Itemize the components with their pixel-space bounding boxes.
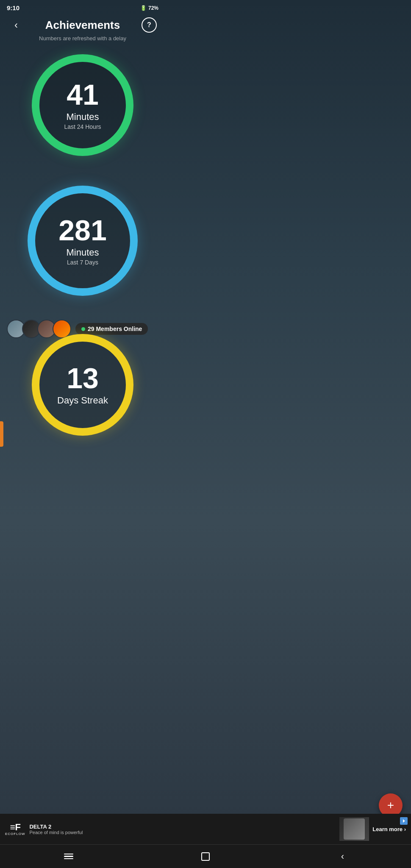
green-circle-label: Minutes [66, 111, 99, 122]
online-dot-icon [81, 327, 85, 331]
battery-percent: 72% [148, 5, 158, 11]
yellow-circle-value: 13 [67, 364, 99, 392]
blue-circle-container: 281 Minutes Last 7 Days [28, 169, 138, 296]
page-title: Achievements [45, 19, 120, 32]
blue-circle-value: 281 [58, 216, 106, 245]
members-online-badge: 29 Members Online [75, 323, 148, 335]
status-icons: 🔋 72% [140, 5, 158, 11]
header: ‹ Achievements ? [0, 14, 165, 34]
back-button[interactable]: ‹ [8, 17, 24, 33]
green-ring-circle: 41 Minutes Last 24 Hours [32, 54, 133, 156]
status-bar: 9:10 🔋 72% [0, 0, 165, 14]
yellow-ring-circle: 13 Days Streak [32, 334, 133, 436]
back-arrow-icon: ‹ [14, 19, 18, 31]
yellow-circle-section: 13 Days Streak [0, 334, 165, 440]
battery-icon: 🔋 [140, 5, 147, 11]
status-time: 9:10 [7, 4, 19, 11]
green-circle-value: 41 [67, 80, 99, 109]
blue-circle-sublabel: Last 7 Days [67, 259, 98, 266]
subtitle-text: Numbers are refreshed with a delay [39, 35, 126, 42]
sidebar-indicator [0, 421, 3, 447]
green-circle-sublabel: Last 24 Hours [64, 123, 101, 130]
blue-ring-circle: 281 Minutes Last 7 Days [28, 186, 138, 296]
yellow-circle-label: Days Streak [57, 395, 108, 406]
help-icon: ? [147, 21, 151, 29]
help-button[interactable]: ? [142, 17, 157, 33]
blue-circle-label: Minutes [66, 247, 99, 258]
members-online-text: 29 Members Online [88, 326, 142, 332]
green-circle-container: 41 Minutes Last 24 Hours [32, 54, 133, 156]
